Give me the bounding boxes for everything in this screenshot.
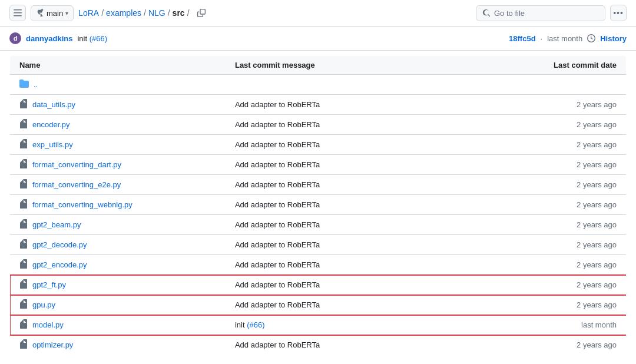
commit-ref-link[interactable]: (#66)	[90, 34, 107, 43]
search-icon	[482, 9, 491, 17]
commit-message-cell: Add adapter to RobERTa	[226, 235, 503, 255]
commit-date-cell	[503, 75, 626, 95]
history-button[interactable]: History	[600, 34, 627, 43]
col-commit-date: Last commit date	[503, 56, 626, 75]
history-label: History	[600, 34, 627, 43]
file-icon	[19, 119, 28, 130]
table-row: gpu.pyAdd adapter to RobERTa2 years ago	[10, 295, 627, 315]
table-row: gpt2_encode.pyAdd adapter to RobERTa2 ye…	[10, 255, 627, 275]
file-icon	[19, 319, 28, 330]
file-name-link[interactable]: gpt2_decode.py	[32, 240, 87, 249]
file-name-cell: gpt2_beam.py	[10, 215, 226, 235]
file-name-link[interactable]: ..	[34, 80, 38, 89]
commit-message-cell	[226, 75, 503, 95]
file-name-link[interactable]: format_converting_dart.py	[32, 160, 121, 169]
commit-message-cell: Add adapter to RobERTa	[226, 295, 503, 315]
commit-message-cell: Add adapter to RobERTa	[226, 95, 503, 115]
breadcrumb-examples[interactable]: examples	[106, 8, 141, 18]
commit-date-cell: 2 years ago	[503, 135, 626, 155]
commit-date-cell: 2 years ago	[503, 155, 626, 175]
commit-date-cell: 2 years ago	[503, 335, 626, 355]
commit-message-cell: Add adapter to RobERTa	[226, 255, 503, 275]
folder-icon	[19, 79, 29, 90]
file-name-link[interactable]: gpt2_beam.py	[32, 220, 81, 229]
copy-path-button[interactable]	[194, 6, 208, 20]
commit-date-cell: last month	[503, 315, 626, 335]
branch-icon	[36, 8, 44, 18]
file-name-cell: format_converting_webnlg.py	[10, 195, 226, 215]
file-name-cell: data_utils.py	[10, 95, 226, 115]
copy-icon	[197, 9, 206, 17]
commit-date-cell: 2 years ago	[503, 255, 626, 275]
commit-message-cell: Add adapter to RobERTa	[226, 275, 503, 295]
file-name-cell: gpt2_decode.py	[10, 235, 226, 255]
table-header: Name Last commit message Last commit dat…	[10, 56, 627, 75]
breadcrumb-nlg[interactable]: NLG	[148, 8, 165, 18]
file-icon	[19, 159, 28, 170]
commit-message-cell: Add adapter to RobERTa	[226, 195, 503, 215]
file-name-cell: model.py	[10, 315, 226, 335]
file-icon	[19, 259, 28, 270]
commit-message-cell: Add adapter to RobERTa	[226, 135, 503, 155]
table-row: gpt2_ft.pyAdd adapter to RobERTa2 years …	[10, 275, 627, 295]
file-name-link[interactable]: gpt2_ft.py	[32, 280, 66, 289]
commit-username[interactable]: dannyadkins	[26, 34, 72, 43]
file-name-link[interactable]: encoder.py	[32, 120, 70, 129]
file-name-link[interactable]: format_converting_e2e.py	[32, 180, 121, 189]
file-name-link[interactable]: gpu.py	[32, 300, 55, 309]
breadcrumb-sep-2: /	[144, 8, 146, 18]
commit-date-cell: 2 years ago	[503, 295, 626, 315]
file-icon	[19, 239, 28, 250]
file-name-cell: ..	[10, 75, 226, 95]
file-name-link[interactable]: model.py	[32, 320, 64, 329]
file-name-link[interactable]: exp_utils.py	[32, 140, 73, 149]
table-row: gpt2_decode.pyAdd adapter to RobERTa2 ye…	[10, 235, 627, 255]
file-name-link[interactable]: gpt2_encode.py	[32, 260, 87, 269]
file-name-cell: format_converting_dart.py	[10, 155, 226, 175]
file-name-cell: exp_utils.py	[10, 135, 226, 155]
commit-message-cell: Add adapter to RobERTa	[226, 175, 503, 195]
file-list: ..data_utils.pyAdd adapter to RobERTa2 y…	[10, 75, 627, 355]
breadcrumb-lora[interactable]: LoRA	[78, 8, 99, 18]
file-name-cell: gpt2_ft.py	[10, 275, 226, 295]
branch-selector[interactable]: main ▾	[31, 5, 74, 21]
table-row: encoder.pyAdd adapter to RobERTa2 years …	[10, 115, 627, 135]
commit-date-cell: 2 years ago	[503, 215, 626, 235]
sidebar-toggle-button[interactable]	[9, 5, 26, 21]
more-icon: •••	[613, 8, 624, 18]
commit-date-cell: 2 years ago	[503, 115, 626, 135]
commit-ref-link[interactable]: (#66)	[247, 320, 264, 329]
branch-label: main	[47, 9, 63, 18]
sidebar-icon	[13, 8, 22, 18]
commit-date-cell: 2 years ago	[503, 95, 626, 115]
commit-message: init (#66)	[77, 34, 107, 43]
file-name-link[interactable]: data_utils.py	[32, 100, 75, 109]
commit-date-cell: 2 years ago	[503, 175, 626, 195]
commit-bar: d dannyadkins init (#66) 18ffc5d · last …	[0, 27, 636, 51]
commit-date-cell: 2 years ago	[503, 195, 626, 215]
clock-icon	[587, 34, 595, 42]
file-name-link[interactable]: format_converting_webnlg.py	[32, 200, 132, 209]
file-name-cell: gpt2_encode.py	[10, 255, 226, 275]
more-options-button[interactable]: •••	[610, 5, 627, 21]
breadcrumb-sep-3: /	[168, 8, 170, 18]
commit-message-cell: Add adapter to RobERTa	[226, 215, 503, 235]
commit-message-cell: Add adapter to RobERTa	[226, 335, 503, 355]
commit-separator: ·	[541, 34, 543, 43]
go-to-file-search[interactable]: Go to file	[476, 5, 605, 21]
table-row: format_converting_dart.pyAdd adapter to …	[10, 155, 627, 175]
file-name-cell: gpu.py	[10, 295, 226, 315]
search-placeholder-text: Go to file	[494, 9, 525, 18]
file-icon	[19, 219, 28, 230]
table-row: exp_utils.pyAdd adapter to RobERTa2 year…	[10, 135, 627, 155]
file-name-link[interactable]: optimizer.py	[32, 340, 73, 349]
file-name-cell: optimizer.py	[10, 335, 226, 355]
breadcrumb: LoRA / examples / NLG / src /	[78, 8, 189, 18]
file-icon	[19, 99, 28, 110]
file-table: Name Last commit message Last commit dat…	[9, 55, 627, 355]
commit-hash[interactable]: 18ffc5d	[509, 34, 536, 43]
breadcrumb-sep-1: /	[101, 8, 104, 18]
table-row: model.pyinit (#66)last month	[10, 315, 627, 335]
top-bar: main ▾ LoRA / examples / NLG / src / Go …	[0, 0, 636, 27]
avatar: d	[9, 32, 21, 44]
